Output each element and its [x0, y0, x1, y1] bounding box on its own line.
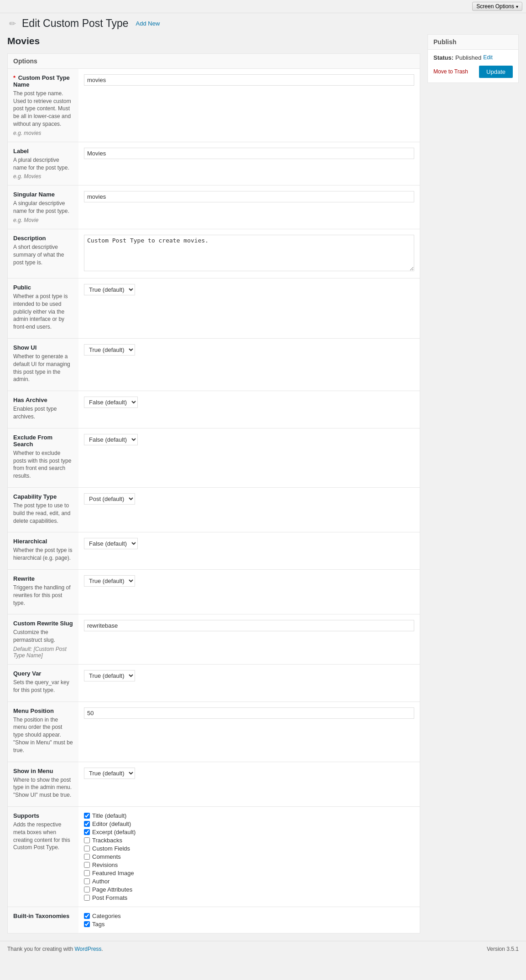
field-label-custom-post-type-name: * Custom Post Type Name [13, 74, 73, 88]
checkbox-item-built-in-taxonomies-1[interactable]: Tags [84, 921, 414, 928]
screen-options-button[interactable]: Screen Options [472, 2, 522, 11]
post-title: Movies [7, 34, 420, 48]
checkbox-input-supports-0[interactable] [84, 813, 90, 819]
status-value: Published [455, 54, 481, 61]
options-table: * Custom Post Type NameThe post type nam… [8, 69, 420, 933]
value-cell-public: True (default)False [78, 279, 420, 339]
status-label: Status: [433, 54, 453, 61]
select-rewrite[interactable]: True (default)False [84, 575, 135, 587]
field-desc-hierarchical: Whether the post type is hierarchical (e… [13, 547, 73, 562]
page-title: Edit Custom Post Type [22, 17, 129, 31]
value-cell-singular-name [78, 186, 420, 229]
value-cell-menu-position [78, 701, 420, 762]
select-show-ui[interactable]: True (default)False [84, 344, 135, 356]
label-cell-show-ui: Show UIWhether to generate a default UI … [8, 339, 78, 391]
checkbox-input-supports-10[interactable] [84, 895, 90, 901]
select-public[interactable]: True (default)False [84, 284, 135, 295]
checkbox-input-supports-6[interactable] [84, 862, 90, 868]
field-desc-show-in-menu: Where to show the post type in the admin… [13, 776, 73, 799]
field-desc-custom-rewrite-slug: Customize the permastruct slug. [13, 629, 73, 644]
checkbox-item-supports-10[interactable]: Post Formats [84, 894, 414, 901]
field-label-show-ui: Show UI [13, 344, 73, 351]
checkbox-item-built-in-taxonomies-0[interactable]: Categories [84, 913, 414, 919]
value-cell-has-archive: False (default)True [78, 391, 420, 428]
select-has-archive[interactable]: False (default)True [84, 397, 138, 408]
field-label-rewrite: Rewrite [13, 575, 73, 582]
checkbox-group-built-in-taxonomies: CategoriesTags [84, 913, 414, 928]
value-cell-custom-rewrite-slug [78, 614, 420, 665]
checkbox-input-supports-4[interactable] [84, 846, 90, 851]
label-cell-menu-position: Menu PositionThe position in the menu or… [8, 701, 78, 762]
value-cell-custom-post-type-name [78, 69, 420, 142]
label-cell-custom-rewrite-slug: Custom Rewrite SlugCustomize the permast… [8, 614, 78, 665]
field-desc-exclude-from-search: Whether to exclude posts with this post … [13, 449, 73, 480]
checkbox-item-supports-1[interactable]: Editor (default) [84, 820, 414, 827]
checkbox-input-built-in-taxonomies-1[interactable] [84, 921, 90, 927]
update-button[interactable]: Update [479, 66, 513, 78]
field-example-label: e.g. Movies [13, 173, 73, 180]
checkbox-item-supports-3[interactable]: Trackbacks [84, 837, 414, 844]
status-edit-link[interactable]: Edit [483, 54, 493, 61]
input-menu-position[interactable] [84, 707, 414, 719]
field-desc-singular-name: A singular descriptive name for the post… [13, 200, 73, 215]
value-cell-exclude-from-search: False (default)True [78, 428, 420, 487]
checkbox-input-supports-3[interactable] [84, 837, 90, 843]
content-area: Movies Options * Custom Post Type NameTh… [7, 34, 420, 934]
wordpress-link[interactable]: WordPress [74, 946, 101, 952]
select-show-in-menu[interactable]: True (default)False [84, 768, 135, 779]
checkbox-item-supports-6[interactable]: Revisions [84, 861, 414, 868]
field-desc-custom-post-type-name: The post type name. Used to retrieve cus… [13, 90, 73, 128]
checkbox-item-supports-7[interactable]: Featured Image [84, 870, 414, 877]
field-label-show-in-menu: Show in Menu [13, 768, 73, 774]
input-custom-post-type-name[interactable] [84, 74, 414, 86]
input-custom-rewrite-slug[interactable] [84, 620, 414, 631]
checkbox-input-supports-9[interactable] [84, 887, 90, 892]
field-label-menu-position: Menu Position [13, 707, 73, 714]
field-label-exclude-from-search: Exclude From Search [13, 434, 73, 448]
select-query-var[interactable]: True (default)False [84, 670, 135, 681]
label-cell-rewrite: RewriteTriggers the handling of rewrites… [8, 570, 78, 614]
publish-heading: Publish [428, 35, 518, 50]
move-to-trash-link[interactable]: Move to Trash [433, 68, 468, 75]
field-label-description: Description [13, 235, 73, 242]
field-label-query-var: Query Var [13, 670, 73, 677]
footer-version: Version 3.5.1 [487, 946, 519, 952]
checkbox-input-supports-5[interactable] [84, 854, 90, 860]
label-cell-capability-type: Capability TypeThe post type to use to b… [8, 488, 78, 532]
label-cell-supports: SupportsAdds the respective meta boxes w… [8, 806, 78, 907]
sidebar-actions: Move to Trash Update [433, 66, 513, 78]
add-new-link[interactable]: Add New [136, 20, 160, 27]
select-exclude-from-search[interactable]: False (default)True [84, 434, 138, 445]
label-cell-exclude-from-search: Exclude From SearchWhether to exclude po… [8, 428, 78, 487]
checkbox-item-supports-9[interactable]: Page Attributes [84, 886, 414, 893]
checkbox-item-supports-0[interactable]: Title (default) [84, 812, 414, 819]
textarea-description[interactable]: Custom Post Type to create movies. [84, 235, 414, 271]
checkbox-input-supports-8[interactable] [84, 878, 90, 884]
input-singular-name[interactable] [84, 191, 414, 202]
label-cell-hierarchical: HierarchicalWhether the post type is hie… [8, 532, 78, 570]
select-hierarchical[interactable]: False (default)True [84, 538, 138, 549]
field-desc-description: A short descriptive summary of what the … [13, 243, 73, 266]
checkbox-input-supports-2[interactable] [84, 829, 90, 835]
field-example-custom-post-type-name: e.g. movies [13, 130, 73, 136]
checkbox-item-supports-2[interactable]: Excerpt (default) [84, 829, 414, 836]
field-desc-supports: Adds the respective meta boxes when crea… [13, 821, 73, 851]
label-cell-built-in-taxonomies: Built-in Taxonomies [8, 907, 78, 933]
checkbox-item-supports-5[interactable]: Comments [84, 853, 414, 860]
checkbox-item-supports-8[interactable]: Author [84, 878, 414, 885]
value-cell-query-var: True (default)False [78, 664, 420, 701]
value-cell-rewrite: True (default)False [78, 570, 420, 614]
required-star: * [13, 74, 17, 81]
value-cell-label [78, 142, 420, 186]
select-capability-type[interactable]: Post (default)Page [84, 493, 135, 505]
checkbox-input-supports-7[interactable] [84, 870, 90, 876]
label-cell-show-in-menu: Show in MenuWhere to show the post type … [8, 762, 78, 806]
value-cell-show-in-menu: True (default)False [78, 762, 420, 806]
field-desc-show-ui: Whether to generate a default UI for man… [13, 353, 73, 383]
checkbox-input-supports-1[interactable] [84, 821, 90, 827]
checkbox-item-supports-4[interactable]: Custom Fields [84, 845, 414, 852]
label-cell-has-archive: Has ArchiveEnables post type archives. [8, 391, 78, 428]
label-cell-public: PublicWhether a post type is intended to… [8, 279, 78, 339]
checkbox-input-built-in-taxonomies-0[interactable] [84, 913, 90, 919]
input-label[interactable] [84, 148, 414, 159]
